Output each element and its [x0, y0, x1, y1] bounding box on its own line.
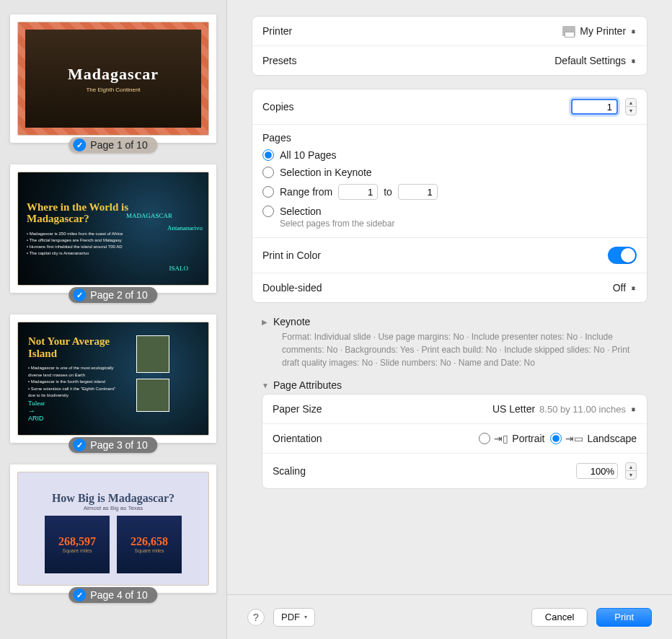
page-badge[interactable]: ✓ Page 2 of 10: [68, 287, 157, 303]
page-badge[interactable]: ✓ Page 1 of 10: [68, 137, 157, 153]
duplex-popup[interactable]: Off: [613, 282, 637, 294]
slide-title: Where in the World is Madagascar?: [27, 201, 131, 225]
scaling-label: Scaling: [273, 465, 306, 477]
page-thumb-1[interactable]: Madagascar The Eighth Continent ✓ Page 1…: [10, 14, 216, 143]
page-attributes-card: Paper Size US Letter 8.50 by 11.00 inche…: [262, 394, 647, 489]
pages-radio-group: All 10 Pages Selection in Keynote Range …: [252, 145, 647, 238]
pages-sidebar[interactable]: Madagascar The Eighth Continent ✓ Page 1…: [0, 0, 227, 639]
copies-input[interactable]: [571, 99, 618, 115]
keynote-disclosure[interactable]: ▶ Keynote: [262, 316, 645, 327]
page-label: Page 2 of 10: [90, 289, 147, 301]
chevron-updown-icon: [630, 288, 637, 288]
chevron-updown-icon: [630, 61, 637, 61]
landscape-icon: ⇥▭: [565, 433, 583, 444]
checkmark-icon[interactable]: ✓: [73, 589, 86, 601]
checkmark-icon[interactable]: ✓: [73, 138, 86, 151]
photo-placeholder: [136, 335, 169, 373]
selection-hint: Select pages from the sidebar: [262, 219, 637, 229]
orientation-label: Orientation: [273, 433, 322, 444]
slide-subtitle: The Eighth Continent: [86, 87, 140, 93]
range-to-input[interactable]: [398, 184, 438, 200]
page-badge[interactable]: ✓ Page 4 of 10: [68, 587, 157, 603]
page-thumb-3[interactable]: Not Your Average Island • Madagascar is …: [10, 314, 216, 443]
chevron-right-icon: ▶: [262, 318, 270, 326]
page-thumb-4[interactable]: How Big is Madagascar? Almost as Big as …: [10, 464, 216, 593]
portrait-icon: ⇥▯: [494, 433, 508, 444]
slide-title: How Big is Madagascar?: [52, 492, 174, 505]
printer-icon: [562, 26, 575, 36]
orientation-portrait[interactable]: ⇥▯ Portrait: [479, 433, 544, 444]
radio-all-pages[interactable]: All 10 Pages: [262, 146, 637, 164]
print-button[interactable]: Print: [596, 608, 652, 627]
slide-bullets: • Madagascar is 250 miles from the coast…: [27, 231, 123, 257]
page-label: Page 1 of 10: [90, 139, 147, 151]
scaling-input[interactable]: [576, 463, 618, 479]
presets-label: Presets: [262, 55, 296, 66]
page-label: Page 4 of 10: [90, 589, 147, 601]
print-dialog: Madagascar The Eighth Continent ✓ Page 1…: [0, 0, 672, 639]
cancel-button[interactable]: Cancel: [531, 608, 588, 627]
page-badge[interactable]: ✓ Page 3 of 10: [68, 437, 157, 453]
print-color-label: Print in Color: [262, 250, 321, 261]
printer-label: Printer: [262, 25, 292, 37]
copies-stepper[interactable]: ▲▼: [625, 98, 637, 115]
copies-pages-card: Copies ▲▼ Pages All 10 Pages Selection i…: [252, 89, 647, 303]
map-label: Antananarivo: [167, 224, 203, 232]
presets-popup[interactable]: Default Settings: [554, 55, 637, 66]
duplex-label: Double-sided: [262, 282, 322, 294]
slide-title: Madagascar: [68, 65, 159, 84]
radio-range[interactable]: Range from to: [262, 181, 637, 203]
checkmark-icon[interactable]: ✓: [73, 288, 86, 301]
dialog-footer: ? PDF ▾ Cancel Print: [227, 594, 672, 639]
printer-popup[interactable]: My Printer: [562, 25, 637, 37]
slide-bullets: • Madagascar is one of the most ecologic…: [28, 365, 122, 400]
pages-label: Pages: [252, 125, 647, 145]
chevron-updown-icon: [630, 409, 637, 410]
slide-title: Not Your Average Island: [28, 335, 122, 359]
slide-subtitle: Almost as Big as Texas: [84, 505, 143, 511]
chevron-down-icon: ▼: [262, 382, 270, 389]
chevron-updown-icon: [630, 31, 637, 32]
orientation-landscape[interactable]: ⇥▭ Landscape: [550, 433, 637, 444]
photo-placeholder: [136, 379, 169, 412]
printer-presets-card: Printer My Printer Presets Default Setti…: [252, 16, 647, 76]
map-label: MADAGASCAR: [126, 212, 172, 219]
radio-selection-in-app[interactable]: Selection in Keynote: [262, 164, 637, 181]
scaling-stepper[interactable]: ▲▼: [625, 462, 637, 480]
print-color-toggle[interactable]: [608, 247, 637, 264]
page-label: Page 3 of 10: [90, 439, 147, 451]
radio-selection[interactable]: Selection: [262, 203, 637, 220]
pdf-menu-button[interactable]: PDF ▾: [273, 608, 315, 627]
page-thumb-2[interactable]: Where in the World is Madagascar? • Mada…: [10, 164, 216, 293]
paper-size-label: Paper Size: [273, 403, 322, 415]
help-button[interactable]: ?: [247, 609, 265, 626]
copies-label: Copies: [262, 101, 294, 113]
checkmark-icon[interactable]: ✓: [73, 439, 86, 451]
chevron-down-icon: ▾: [304, 614, 307, 620]
print-options-panel: Printer My Printer Presets Default Setti…: [227, 0, 672, 639]
map-label: ISALO: [169, 265, 189, 272]
range-from-input[interactable]: [338, 184, 378, 200]
page-attributes-disclosure[interactable]: ▼ Page Attributes: [262, 379, 645, 391]
keynote-details: Format: Individual slide · Use page marg…: [262, 327, 645, 379]
paper-size-popup[interactable]: US Letter 8.50 by 11.00 inches: [492, 403, 637, 415]
